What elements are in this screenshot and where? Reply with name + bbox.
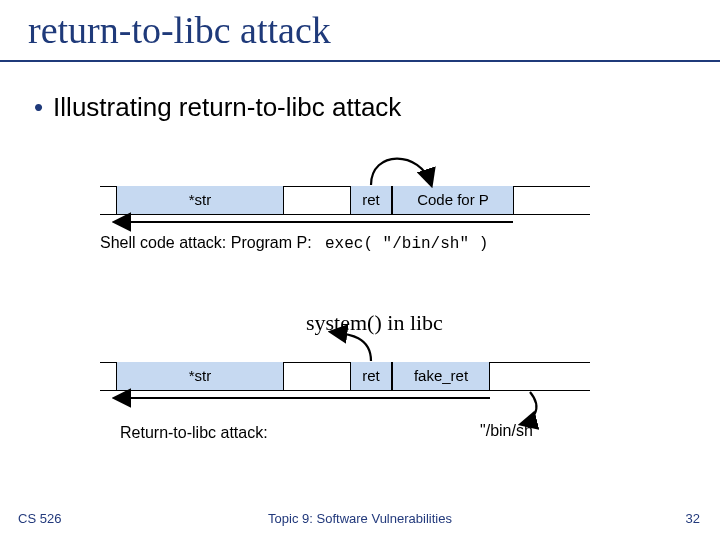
caption-shellcode: Shell code attack: Program P: exec( "/bi…: [100, 234, 488, 253]
caption-shellcode-code: exec( "/bin/sh" ): [325, 235, 488, 253]
label-system-in-libc: system() in libc: [306, 310, 443, 336]
caption-shellcode-prefix: Shell code attack: Program P:: [100, 234, 312, 251]
stack-bar-shellcode: *str ret Code for P: [100, 186, 590, 214]
cell-ret: ret: [350, 186, 392, 214]
cell-str-ptr: *str: [116, 362, 284, 390]
arrow-arg-to-binsh-icon: [522, 392, 536, 424]
cell-gap: [284, 362, 350, 390]
caption-binsh-arg: "/bin/sh": [480, 422, 539, 440]
bullet-dot: •: [34, 92, 43, 122]
footer-topic: Topic 9: Software Vulnerabilities: [0, 511, 720, 526]
caption-ret2libc-label: Return-to-libc attack:: [120, 424, 268, 442]
cell-gap: [514, 186, 588, 214]
slide: return-to-libc attack •Illustrating retu…: [0, 0, 720, 540]
slide-title: return-to-libc attack: [28, 8, 331, 52]
stack-bar-ret2libc: *str ret fake_ret: [100, 362, 590, 390]
bullet-text: Illustrating return-to-libc attack: [53, 92, 401, 122]
cell-str-ptr: *str: [116, 186, 284, 214]
cell-fake-ret: fake_ret: [392, 362, 490, 390]
arrow-ret-to-system-icon: [332, 332, 371, 361]
bullet-line: •Illustrating return-to-libc attack: [34, 92, 401, 123]
arrow-ret-to-code-icon: [371, 159, 431, 185]
footer-page-num: 32: [686, 511, 700, 526]
arrows-overlay: [0, 0, 720, 540]
title-underline: [0, 60, 720, 62]
cell-gap: [284, 186, 350, 214]
cell-ret: ret: [350, 362, 392, 390]
cell-code-for-p: Code for P: [392, 186, 514, 214]
cell-gap: [490, 362, 588, 390]
